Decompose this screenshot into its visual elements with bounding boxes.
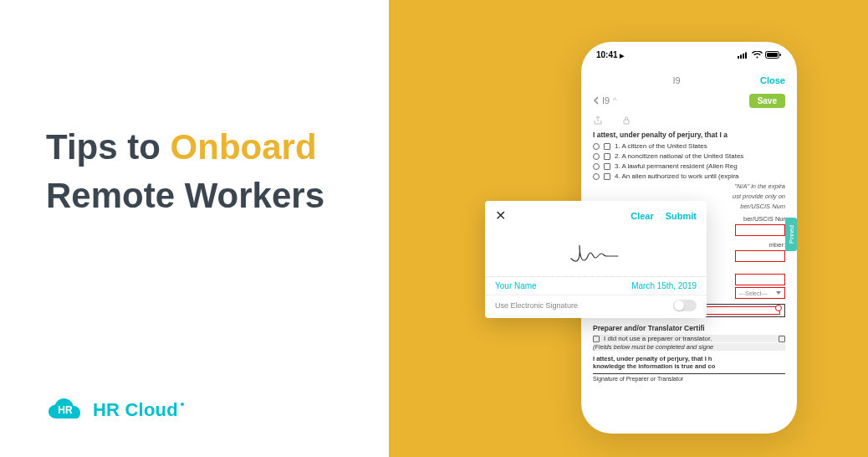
preparer-checkbox-2[interactable] bbox=[779, 336, 785, 342]
number-input-2[interactable] bbox=[735, 274, 785, 285]
right-panel: 10:41 ▶ I9 Close I9 ⌃ Save bbox=[389, 0, 868, 457]
checkbox-1[interactable] bbox=[604, 143, 610, 150]
signature-stroke bbox=[567, 240, 625, 267]
svg-rect-4 bbox=[745, 52, 747, 59]
esig-toggle[interactable] bbox=[673, 300, 697, 311]
signer-name: Your Name bbox=[495, 281, 537, 290]
app-title: I9 bbox=[672, 75, 680, 85]
select-dropdown[interactable]: ---Select--- bbox=[735, 287, 785, 299]
close-button[interactable]: Close bbox=[760, 75, 785, 85]
svg-rect-3 bbox=[743, 54, 744, 59]
status-time: 10:41 ▶ bbox=[596, 50, 624, 59]
wifi-icon bbox=[752, 51, 763, 59]
signature-surface[interactable] bbox=[485, 230, 707, 276]
c4-label: 4. An alien authorized to work until (ex… bbox=[615, 172, 739, 180]
headline: Tips to Onboard Remote Workers bbox=[46, 127, 397, 217]
radio-4[interactable] bbox=[593, 173, 600, 180]
preparer-checkbox-1[interactable] bbox=[593, 336, 600, 342]
c3-label: 3. A lawful permanent resident (Alien Re… bbox=[615, 162, 738, 170]
sig-preparer-label: Signature of Preparer or Translator bbox=[593, 373, 785, 382]
headline-line1: Tips to Onboard bbox=[46, 127, 397, 167]
sign-date: March 15th, 2019 bbox=[631, 281, 697, 290]
preparer-title: Preparer and/or Translator Certifi bbox=[593, 324, 785, 332]
signal-icon bbox=[738, 51, 749, 59]
close-icon[interactable]: ✕ bbox=[495, 208, 506, 223]
headline-line1-left: Tips to bbox=[46, 127, 171, 167]
uscis-input[interactable] bbox=[735, 224, 785, 236]
preparer-note: (Fields below must be completed and sign… bbox=[593, 343, 785, 351]
brand-logo: HR HR Cloud bbox=[46, 397, 178, 424]
promo-canvas: Tips to Onboard Remote Workers HR HR Clo… bbox=[0, 0, 868, 457]
brand-name: HR Cloud bbox=[93, 399, 178, 421]
na-note: "N/A" in the expira bbox=[593, 182, 785, 190]
status-bar: 10:41 ▶ bbox=[581, 42, 797, 67]
radio-1[interactable] bbox=[593, 143, 600, 150]
svg-text:HR: HR bbox=[58, 404, 73, 416]
save-button[interactable]: Save bbox=[749, 94, 785, 108]
clear-button[interactable]: Clear bbox=[631, 211, 654, 221]
svg-rect-6 bbox=[767, 53, 778, 57]
checkbox-2[interactable] bbox=[604, 153, 610, 160]
cloud-icon: HR bbox=[46, 397, 84, 424]
headline-line2: Remote Workers bbox=[46, 176, 397, 216]
battery-icon bbox=[765, 51, 782, 59]
app-header: I9 Close bbox=[593, 70, 785, 90]
preparer-section: Preparer and/or Translator Certifi I did… bbox=[593, 324, 785, 382]
left-panel: Tips to Onboard Remote Workers HR HR Clo… bbox=[0, 0, 389, 457]
sub-attest: I attest, under penalty of perjury, that… bbox=[593, 355, 785, 371]
svg-rect-8 bbox=[624, 120, 629, 124]
provide-note1: ust provide only on bbox=[593, 193, 785, 200]
share-icon[interactable] bbox=[593, 116, 603, 126]
chevron-left-icon bbox=[593, 96, 600, 105]
checkbox-4[interactable] bbox=[604, 173, 610, 180]
signature-modal: ✕ Clear Submit Your Name March 15th, 201… bbox=[485, 201, 707, 318]
submit-button[interactable]: Submit bbox=[666, 211, 697, 221]
number-input[interactable] bbox=[735, 250, 785, 262]
preparer-cb-label: I did not use a preparer or translator. bbox=[604, 335, 712, 342]
radio-2[interactable] bbox=[593, 153, 600, 160]
headline-line1-accent: Onboard bbox=[171, 127, 317, 167]
lock-icon[interactable] bbox=[621, 116, 631, 126]
pinned-tab[interactable]: Pinned bbox=[785, 218, 797, 251]
checkbox-3[interactable] bbox=[604, 163, 610, 170]
esig-label: Use Electronic Signature bbox=[495, 301, 578, 310]
radio-3[interactable] bbox=[593, 163, 600, 170]
c1-label: 1. A citizen of the United States bbox=[615, 142, 707, 150]
app-subheader: I9 ⌃ Save bbox=[593, 90, 785, 110]
attest-heading: I attest, under penalty of perjury, that… bbox=[593, 131, 785, 139]
app-toolbar bbox=[593, 113, 785, 128]
c2-label: 2. A noncitizen national of the United S… bbox=[615, 152, 743, 160]
status-icons bbox=[738, 51, 782, 59]
svg-rect-7 bbox=[780, 54, 782, 56]
back-button[interactable]: I9 ⌃ bbox=[593, 95, 617, 105]
svg-rect-2 bbox=[740, 54, 742, 59]
svg-rect-1 bbox=[738, 56, 739, 59]
